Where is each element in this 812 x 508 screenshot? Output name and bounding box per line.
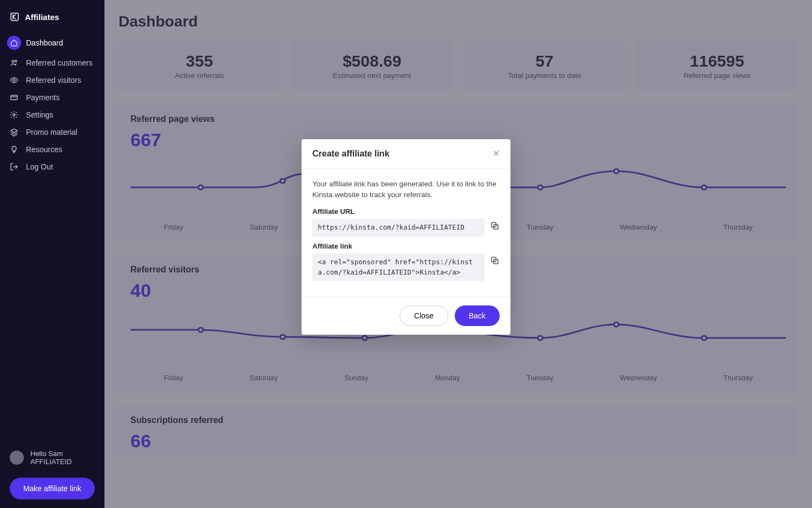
user-id: AFFILIATEID [30,458,71,466]
brand: Affiliates [0,9,104,31]
sidebar-item-promo-material[interactable]: Promo material [0,123,104,141]
copy-link-button[interactable] [490,256,500,265]
sidebar-item-label: Resources [26,145,62,154]
sidebar-item-label: Dashboard [26,38,63,47]
affiliate-link-value[interactable]: <a rel="sponsored" href="https://kinsta.… [312,253,484,282]
modal-title: Create affiliate link [312,149,389,159]
user-box[interactable]: Hello Sam AFFILIATEID [0,444,104,471]
home-icon [7,36,21,50]
people-icon [10,58,18,67]
sidebar-item-label: Promo material [26,128,77,136]
logout-icon [10,162,18,171]
avatar [10,451,24,465]
sidebar-item-dashboard[interactable]: Dashboard [0,31,104,54]
logo-icon [10,12,19,22]
modal-close-footer-button[interactable]: Close [400,305,448,326]
svg-point-5 [13,114,15,116]
affiliate-url-value[interactable]: https://kinsta.com/?kaid=AFFILIATEID [312,219,484,237]
bulb-icon [10,145,18,154]
svg-point-1 [12,60,14,62]
sidebar-item-label: Payments [26,93,60,102]
layers-icon [10,128,18,136]
card-icon [10,93,18,102]
sidebar-item-referred-customers[interactable]: Referred customers [0,54,104,71]
close-icon: ✕ [493,149,500,158]
sidebar-item-resources[interactable]: Resources [0,141,104,158]
copy-icon [490,221,500,231]
affiliate-link-label: Affiliate link [312,242,500,250]
eye-icon [10,76,18,84]
sidebar-item-label: Referred customers [26,58,93,67]
modal-close-button[interactable]: ✕ [493,149,500,158]
brand-name: Affiliates [25,12,59,22]
user-greeting: Hello Sam [30,450,71,458]
svg-rect-4 [11,95,17,100]
sidebar-item-payments[interactable]: Payments [0,89,104,106]
sidebar-item-settings[interactable]: Settings [0,106,104,123]
sidebar-item-referred-visitors[interactable]: Referred visitors [0,71,104,89]
svg-rect-0 [11,13,18,21]
svg-point-3 [13,79,15,81]
make-affiliate-link-button[interactable]: Make affiliate link [10,478,95,499]
gear-icon [10,110,18,119]
copy-icon [490,256,500,265]
copy-url-button[interactable] [490,221,500,231]
create-affiliate-link-modal: Create affiliate link ✕ Your affiliate l… [302,139,510,335]
sidebar-item-label: Settings [26,110,54,119]
modal-intro-text: Your affiliate link has been generated. … [312,179,500,200]
affiliate-url-label: Affiliate URL [312,207,500,216]
sidebar-item-label: Referred visitors [26,76,81,84]
nav: Dashboard Referred customers Referred vi… [0,31,104,175]
sidebar: Affiliates Dashboard Referred customers … [0,0,104,508]
modal-back-button[interactable]: Back [455,305,500,326]
svg-point-2 [15,60,17,62]
sidebar-item-label: Log Out [26,162,53,171]
sidebar-item-logout[interactable]: Log Out [0,158,104,175]
